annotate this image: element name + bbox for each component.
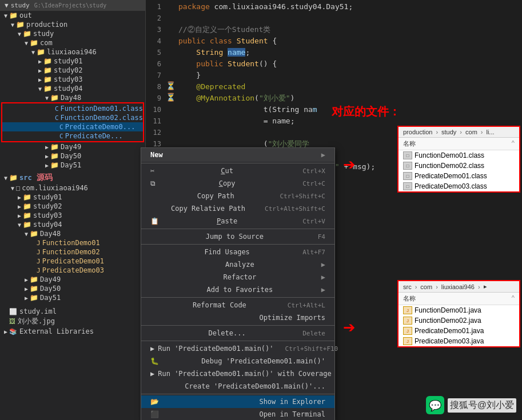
menu-item-refactor[interactable]: Refactor ▶ bbox=[141, 271, 334, 283]
find-shortcut: Alt+F7 bbox=[302, 249, 325, 256]
tree-item[interactable]: ▶📁study01 bbox=[0, 193, 145, 202]
tree-item[interactable]: ▶📁Day50 bbox=[0, 284, 145, 293]
tree-item[interactable]: ▼📁com bbox=[0, 38, 145, 47]
explorer-file-row[interactable]: □ PredicateDemo03.class bbox=[399, 181, 519, 191]
menu-item-cut[interactable]: ✂ Cut Ctrl+X bbox=[141, 165, 334, 177]
menu-item-run-coverage[interactable]: ▶ Run 'PredicateDemo01.main()' with Cove… bbox=[141, 367, 334, 380]
menu-item-show-explorer[interactable]: 📂 Show in Explorer bbox=[141, 395, 334, 408]
java-file-name: PredicateDemo01.java bbox=[415, 327, 484, 335]
tree-item[interactable]: ▶📁study02 bbox=[0, 202, 145, 211]
tree-item[interactable]: ▶📁Day51 bbox=[0, 161, 145, 170]
menu-cut-label: Cut bbox=[221, 167, 233, 175]
src-path-4: ▸ bbox=[484, 283, 487, 290]
java-file-icon: J bbox=[403, 306, 412, 314]
menu-item-analyze[interactable]: Analyze ▶ bbox=[141, 258, 334, 271]
menu-item-create[interactable]: Create 'PredicateDemo01.main()'... bbox=[141, 380, 334, 393]
menu-item-paste[interactable]: 📋 Paste Ctrl+V bbox=[141, 215, 334, 227]
tree-arrow: ▼ bbox=[5, 2, 9, 9]
tree-item[interactable]: ▶📁study03 bbox=[0, 211, 145, 220]
tree-item[interactable]: ▼📁Day48 bbox=[0, 229, 145, 238]
java-file-icon: J bbox=[403, 337, 412, 345]
src-chinese-label: 源码 bbox=[37, 173, 53, 183]
menu-item-copy-rel-path[interactable]: Copy Relative Path Ctrl+Alt+Shift+C bbox=[141, 202, 334, 215]
tree-item[interactable]: JPredicateDemo01 bbox=[0, 257, 145, 266]
explorer-file-row[interactable]: □ PredicateDemo01.class bbox=[399, 171, 519, 181]
menu-item-delete[interactable]: Delete... Delete bbox=[141, 327, 334, 339]
tree-item[interactable]: CPredicateDemo0... bbox=[2, 122, 143, 131]
explorer-java-row[interactable]: J FunctionDemo01.java bbox=[399, 305, 519, 315]
tree-item[interactable]: ▶📁study01 bbox=[0, 57, 145, 66]
src-sep-1: › bbox=[415, 283, 417, 290]
menu-separator-2 bbox=[141, 229, 334, 229]
tree-item[interactable]: ▼📁study bbox=[0, 29, 145, 38]
menu-refactor-label: Refactor bbox=[223, 273, 256, 281]
java-file-icon: J bbox=[403, 317, 412, 325]
menu-item-find[interactable]: Find Usages Alt+F7 bbox=[141, 246, 334, 258]
explorer-box-bottom: src › com › liuxiaoai946 › ▸ 名称 ^ J Func… bbox=[397, 280, 520, 347]
explorer-java-row[interactable]: J PredicateDemo03.java bbox=[399, 336, 519, 346]
tree-item[interactable]: ▼📁out bbox=[0, 11, 145, 20]
explorer-java-row[interactable]: J FunctionDemo02.java bbox=[399, 315, 519, 326]
menu-separator-5 bbox=[141, 325, 334, 326]
menu-item-copy[interactable]: ⧉ Copy Ctrl+C bbox=[141, 177, 334, 190]
submenu-arrow: ▶ bbox=[321, 151, 325, 159]
tree-item[interactable]: ▼📁production bbox=[0, 20, 145, 29]
menu-item-optimize[interactable]: Optimize Imports bbox=[141, 311, 334, 324]
java-file-name: FunctionDemo01.java bbox=[415, 306, 481, 314]
tree-item[interactable]: 🖼刘小爱.jpg bbox=[0, 316, 145, 327]
tree-item[interactable]: CFunctionDemo02.class bbox=[2, 113, 143, 122]
menu-item-jump[interactable]: Jump to Source F4 bbox=[141, 230, 334, 243]
run-cov-icon: ▶ bbox=[150, 370, 154, 378]
menu-new-label: New bbox=[150, 151, 163, 159]
delete-shortcut: Delete bbox=[302, 330, 325, 337]
tree-item[interactable]: ▶📁Day49 bbox=[0, 142, 145, 151]
menu-separator-4 bbox=[141, 297, 334, 298]
tree-item[interactable]: ▶📁study03 bbox=[0, 75, 145, 84]
explorer-header-bottom: src › com › liuxiaoai946 › ▸ bbox=[399, 281, 519, 293]
tree-item[interactable]: JFunctionDemo02 bbox=[0, 247, 145, 257]
tree-item-src[interactable]: ▼ 📁 src 源码 bbox=[0, 172, 145, 183]
debug-icon: 🐛 bbox=[150, 357, 160, 365]
copy-icon: ⧉ bbox=[150, 179, 160, 187]
menu-reformat-label: Reformat Code bbox=[193, 301, 246, 309]
analyze-arrow: ▶ bbox=[321, 261, 325, 269]
menu-run-label: Run 'PredicateDemo01.main()' bbox=[158, 345, 273, 353]
explorer-file-row[interactable]: □ FunctionDemo02.class bbox=[399, 161, 519, 171]
menu-delete-label: Delete... bbox=[209, 329, 246, 337]
sidebar-header: ▼ study G:\IdeaProjects\study bbox=[0, 0, 145, 11]
paste-shortcut: Ctrl+V bbox=[302, 218, 325, 225]
menu-item-debug[interactable]: 🐛 Debug 'PredicateDemo01.main()' bbox=[141, 355, 334, 367]
tree-item[interactable]: JFunctionDemo01 bbox=[0, 238, 145, 247]
menu-find-label: Find Usages bbox=[204, 248, 249, 256]
tree-item[interactable]: ▼📁liuxiaoai946 bbox=[0, 47, 145, 57]
tree-item[interactable]: JPredicateDemo03 bbox=[0, 266, 145, 275]
file-icon: □ bbox=[403, 172, 412, 180]
tree-item[interactable]: ▼📁Day48 bbox=[0, 93, 145, 102]
tree-item[interactable]: CFunctionDemo01.class bbox=[2, 104, 143, 113]
menu-paste-label: Paste bbox=[217, 217, 237, 225]
java-file-icon: J bbox=[403, 327, 412, 335]
menu-item-new[interactable]: New ▶ bbox=[141, 148, 334, 162]
menu-item-favorites[interactable]: Add to Favorites ▶ bbox=[141, 283, 334, 296]
tree-item[interactable]: ⬜study.iml bbox=[0, 307, 145, 316]
menu-copy-rel-label: Copy Relative Path bbox=[171, 205, 245, 213]
tree-item[interactable]: ▼□com.liuxiaoai946 bbox=[0, 183, 145, 193]
path-part-4: li... bbox=[486, 129, 494, 135]
menu-item-terminal[interactable]: ⬛ Open in Terminal bbox=[141, 408, 334, 420]
menu-item-run[interactable]: ▶ Run 'PredicateDemo01.main()' Ctrl+Shif… bbox=[141, 342, 334, 355]
tree-item[interactable]: ▶📁Day49 bbox=[0, 275, 145, 284]
tree-item[interactable]: ▶📚External Libraries bbox=[0, 327, 145, 336]
red-arrow-bottom: ➔ bbox=[343, 317, 356, 338]
menu-item-copy-path[interactable]: Copy Path Ctrl+Shift+C bbox=[141, 190, 334, 202]
explorer-file-row[interactable]: □ FunctionDemo01.class bbox=[399, 150, 519, 161]
menu-analyze-label: Analyze bbox=[225, 261, 254, 269]
explorer-java-row[interactable]: J PredicateDemo01.java bbox=[399, 326, 519, 336]
tree-item[interactable]: ▶📁Day51 bbox=[0, 293, 145, 302]
tree-item[interactable]: ▶📁Day50 bbox=[0, 151, 145, 161]
tree-item[interactable]: CPredicateDe... bbox=[2, 131, 143, 141]
tree-item[interactable]: ▼📁study04 bbox=[0, 220, 145, 229]
tree-item[interactable]: ▼📁study04 bbox=[0, 84, 145, 93]
menu-favorites-label: Add to Favorites bbox=[207, 286, 273, 294]
tree-item[interactable]: ▶📁study02 bbox=[0, 66, 145, 75]
menu-item-reformat[interactable]: Reformat Code Ctrl+Alt+L bbox=[141, 299, 334, 311]
